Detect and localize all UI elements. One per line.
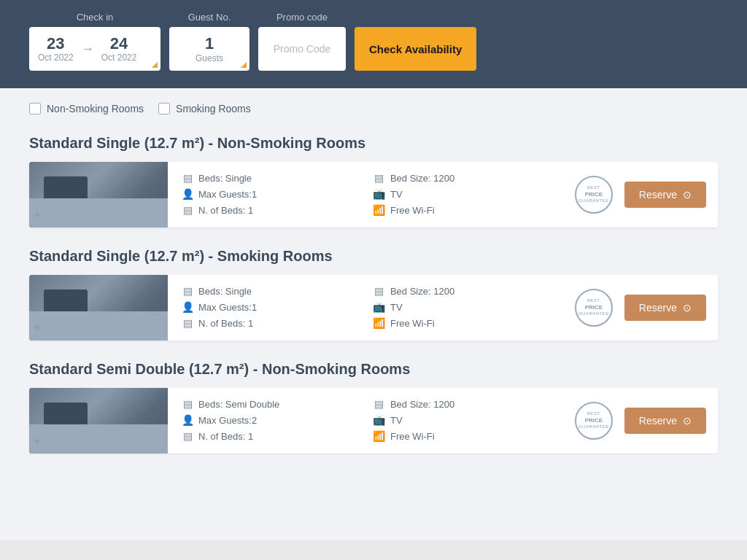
- bp-line2-1: PRICE: [585, 191, 603, 198]
- room-plus-icon-1: +: [34, 208, 42, 223]
- bedsize-icon-2: ▤: [373, 285, 386, 297]
- reserve-icon-3: ⊙: [683, 415, 692, 427]
- room-plus-icon-3: +: [34, 434, 42, 449]
- room-details-1: ▤ Beds: Single 👤 Max Guests:1 ▤ N. of Be…: [168, 162, 563, 228]
- room-col-left-3: ▤ Beds: Semi Double 👤 Max Guests:2 ▤ N. …: [181, 398, 358, 443]
- room-actions-3: BEST PRICE GUARANTEE Reserve ⊙: [563, 388, 718, 454]
- nbeds-icon-2: ▤: [181, 317, 194, 329]
- room-max-guests-3: 👤 Max Guests:2: [181, 414, 358, 426]
- promo-input-box[interactable]: Promo Code: [258, 27, 346, 71]
- room-wifi-1: 📶 Free Wi-Fi: [373, 204, 550, 216]
- room-n-beds-2: ▤ N. of Beds: 1: [181, 317, 358, 329]
- bp-line1-1: BEST: [587, 185, 600, 191]
- room-beds-2: ▤ Beds: Single: [181, 285, 358, 297]
- checkout-date-value: 24 Oct 2022: [101, 35, 137, 63]
- guest-field: Guest No. 1 Guests: [169, 12, 249, 71]
- room-col-right-1: ▤ Bed Size: 1200 📺 TV 📶 Free Wi-Fi: [373, 172, 550, 217]
- room-n-beds-1: ▤ N. of Beds: 1: [181, 204, 358, 216]
- bp-line1-3: BEST: [587, 411, 600, 417]
- reserve-button-3[interactable]: Reserve ⊙: [624, 408, 706, 434]
- tv-icon-1: 📺: [373, 188, 386, 200]
- bp-line3-3: GUARANTEE: [578, 424, 609, 430]
- guests-icon-3: 👤: [181, 414, 194, 426]
- promo-placeholder: Promo Code: [274, 43, 331, 55]
- date-corner-icon: [152, 62, 158, 68]
- room-col-right-3: ▤ Bed Size: 1200 📺 TV 📶 Free Wi-Fi: [373, 398, 550, 443]
- nbeds-icon-1: ▤: [181, 204, 194, 216]
- smoking-filter[interactable]: Smoking Rooms: [158, 103, 251, 114]
- beds-icon-2: ▤: [181, 285, 194, 297]
- room-tv-3: 📺 TV: [373, 414, 550, 426]
- beds-icon-1: ▤: [181, 172, 194, 184]
- bp-line1-2: BEST: [587, 298, 600, 304]
- room-card-2: + ▤ Beds: Single 👤 Max Guests:1 ▤ N. of …: [29, 275, 718, 341]
- wifi-icon-1: 📶: [373, 204, 386, 216]
- guests-icon-2: 👤: [181, 301, 194, 313]
- non-smoking-filter[interactable]: Non-Smoking Rooms: [29, 103, 144, 114]
- room-card-1: + ▤ Beds: Single 👤 Max Guests:1 ▤ N. of …: [29, 162, 718, 228]
- room-section-1: Standard Single (12.7 m²) - Non-Smoking …: [29, 135, 718, 228]
- room-title-3: Standard Semi Double (12.7 m²) - Non-Smo…: [29, 361, 718, 378]
- room-image-1: +: [29, 162, 168, 228]
- wifi-icon-3: 📶: [373, 430, 386, 442]
- reserve-icon-2: ⊙: [683, 302, 692, 314]
- checkin-day: 23: [47, 35, 64, 52]
- room-card-3: + ▤ Beds: Semi Double 👤 Max Guests:2 ▤ N…: [29, 388, 718, 454]
- non-smoking-checkbox[interactable]: [29, 103, 41, 114]
- tv-icon-2: 📺: [373, 301, 386, 313]
- smoking-checkbox[interactable]: [158, 103, 170, 114]
- room-tv-2: 📺 TV: [373, 301, 550, 313]
- best-price-badge-3: BEST PRICE GUARANTEE: [575, 402, 613, 440]
- reserve-icon-1: ⊙: [683, 189, 692, 201]
- guest-label: Guest No.: [188, 12, 231, 23]
- guest-corner-icon: [241, 62, 247, 68]
- room-actions-2: BEST PRICE GUARANTEE Reserve ⊙: [563, 275, 718, 341]
- room-max-guests-2: 👤 Max Guests:1: [181, 301, 358, 313]
- room-tv-1: 📺 TV: [373, 188, 550, 200]
- checkout-day: 24: [110, 35, 128, 52]
- room-n-beds-3: ▤ N. of Beds: 1: [181, 430, 358, 442]
- room-image-inner-2: [29, 275, 168, 341]
- guests-icon-1: 👤: [181, 188, 194, 200]
- bedsize-icon-3: ▤: [373, 398, 386, 410]
- room-title-2: Standard Single (12.7 m²) - Smoking Room…: [29, 248, 718, 265]
- room-wifi-2: 📶 Free Wi-Fi: [373, 317, 550, 329]
- nbeds-icon-3: ▤: [181, 430, 194, 442]
- room-beds-1: ▤ Beds: Single: [181, 172, 358, 184]
- booking-bar: Check in 23 Oct 2022 → 24 Oct 2022 Guest…: [0, 0, 747, 88]
- wifi-icon-2: 📶: [373, 317, 386, 329]
- room-max-guests-1: 👤 Max Guests:1: [181, 188, 358, 200]
- room-plus-icon-2: +: [34, 321, 42, 336]
- room-actions-1: BEST PRICE GUARANTEE Reserve ⊙: [563, 162, 718, 228]
- room-wifi-3: 📶 Free Wi-Fi: [373, 430, 550, 442]
- best-price-badge-1: BEST PRICE GUARANTEE: [575, 176, 613, 214]
- room-image-3: +: [29, 388, 168, 454]
- room-col-left-2: ▤ Beds: Single 👤 Max Guests:1 ▤ N. of Be…: [181, 285, 358, 330]
- beds-icon-3: ▤: [181, 398, 194, 410]
- checkout-month: Oct 2022: [101, 52, 137, 63]
- room-col-left-1: ▤ Beds: Single 👤 Max Guests:1 ▤ N. of Be…: [181, 172, 358, 217]
- filters-bar: Non-Smoking Rooms Smoking Rooms: [29, 103, 718, 114]
- non-smoking-label: Non-Smoking Rooms: [47, 103, 144, 114]
- best-price-badge-2: BEST PRICE GUARANTEE: [575, 289, 613, 327]
- guest-box[interactable]: 1 Guests: [169, 27, 249, 71]
- room-bedsize-3: ▤ Bed Size: 1200: [373, 398, 550, 410]
- arrow-icon: →: [81, 42, 94, 57]
- room-section-2: Standard Single (12.7 m²) - Smoking Room…: [29, 248, 718, 341]
- tv-icon-3: 📺: [373, 414, 386, 426]
- room-details-2: ▤ Beds: Single 👤 Max Guests:1 ▤ N. of Be…: [168, 275, 563, 341]
- checkin-field: Check in 23 Oct 2022 → 24 Oct 2022: [29, 12, 160, 71]
- room-image-inner-1: [29, 162, 168, 228]
- room-image-inner-3: [29, 388, 168, 454]
- bp-line2-3: PRICE: [585, 417, 603, 424]
- checkin-label: Check in: [77, 12, 114, 23]
- checkin-date-box[interactable]: 23 Oct 2022 → 24 Oct 2022: [29, 27, 160, 71]
- reserve-button-2[interactable]: Reserve ⊙: [624, 295, 706, 321]
- checkin-date-value: 23 Oct 2022: [38, 35, 74, 63]
- room-beds-3: ▤ Beds: Semi Double: [181, 398, 358, 410]
- check-availability-button[interactable]: Check Availability: [355, 27, 476, 71]
- main-content: Non-Smoking Rooms Smoking Rooms Standard…: [0, 88, 747, 540]
- bp-line3-1: GUARANTEE: [578, 198, 609, 204]
- room-bedsize-1: ▤ Bed Size: 1200: [373, 172, 550, 184]
- reserve-button-1[interactable]: Reserve ⊙: [624, 182, 706, 208]
